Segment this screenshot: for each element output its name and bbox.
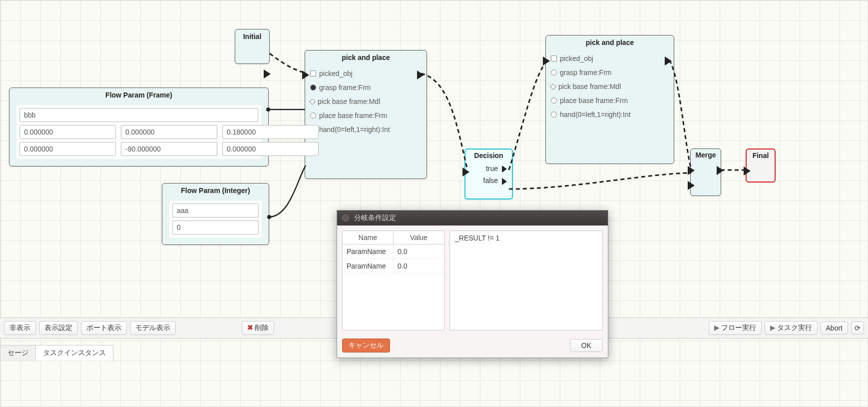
port-shape-circle-icon (551, 112, 557, 118)
port-picked-obj[interactable]: picked_obj (310, 66, 422, 80)
display-settings-button[interactable]: 表示設定 (39, 321, 78, 335)
port-hand[interactable]: hand(0=left,1=right):Int (310, 122, 422, 136)
flow-in-port[interactable] (302, 70, 309, 80)
decision-false-label: false (483, 176, 498, 184)
frame-z-input[interactable] (222, 125, 319, 139)
refresh-button[interactable]: ⟳ (851, 322, 864, 334)
node-final-title: Final (747, 150, 775, 162)
port-display-button[interactable]: ポート表示 (81, 321, 127, 335)
close-icon[interactable] (342, 214, 349, 222)
flow-in-port[interactable] (462, 168, 469, 176)
node-decision[interactable]: Decision true false (464, 148, 513, 200)
branch-condition-dialog[interactable]: 分岐条件設定 Name Value ParamName 0.0 ParamNam… (337, 210, 608, 358)
task-run-button[interactable]: ▶タスク実行 (765, 321, 818, 335)
frame-y-input[interactable] (121, 125, 217, 139)
ok-button[interactable]: OK (570, 339, 603, 352)
port-pick-base[interactable]: pick base frame:Mdl (310, 94, 422, 108)
port-grasp-frame[interactable]: grasp frame:Frm (551, 66, 669, 80)
flow-run-button[interactable]: ▶フロー実行 (709, 321, 762, 335)
node-merge[interactable]: Merge (690, 148, 721, 196)
port-label: place base frame:Frm (560, 96, 628, 104)
frame-rz-input[interactable] (222, 142, 319, 156)
port-label: picked_obj (319, 70, 353, 78)
port-label: pick base frame:Mdl (318, 98, 380, 106)
decision-false-branch[interactable]: false (465, 174, 512, 186)
port-shape-diamond-icon (309, 98, 316, 105)
flow-out-port[interactable] (665, 56, 672, 66)
dialog-title: 分岐条件設定 (354, 214, 396, 222)
bottom-tabbar: セージ タスクインスタンス (0, 345, 113, 360)
node-initial-title: Initial (235, 30, 269, 44)
node-pick-place-1[interactable]: pick and place picked_obj grasp frame:Fr… (305, 50, 427, 179)
cell-name: ParamName (343, 259, 394, 273)
node-flow-param-integer-title: Flow Param (Integer) (162, 184, 269, 198)
node-pick-place-1-title: pick and place (305, 50, 427, 64)
flow-run-label: フロー実行 (721, 324, 756, 332)
delete-label: 削除 (255, 324, 269, 332)
int-param-name-input[interactable] (172, 204, 259, 218)
frame-ry-input[interactable] (121, 142, 217, 156)
condition-param-table[interactable]: Name Value ParamName 0.0 ParamName 0.0 (342, 230, 444, 330)
table-row[interactable]: ParamName 0.0 (343, 259, 444, 274)
cancel-button[interactable]: キャンセル (342, 338, 390, 352)
port-place-base[interactable]: place base frame:Frm (310, 108, 422, 122)
port-shape-circle-icon (310, 84, 316, 90)
flow-out-port[interactable] (417, 70, 424, 80)
flow-in-port[interactable] (543, 56, 550, 66)
flow-out-port[interactable] (502, 166, 507, 172)
node-flow-param-frame[interactable]: Flow Param (Frame) (9, 88, 269, 166)
task-run-label: タスク実行 (777, 324, 812, 332)
flow-in-port[interactable] (688, 181, 695, 190)
port-picked-obj[interactable]: picked_obj (551, 52, 669, 66)
node-pick-place-2-title: pick and place (546, 36, 674, 50)
port-pick-base[interactable]: pick base frame:Mdl (551, 80, 669, 94)
port-label: grasp frame:Frm (319, 84, 371, 92)
cell-value: 0.0 (394, 259, 444, 273)
port-label: hand(0=left,1=right):Int (560, 110, 631, 118)
play-icon: ▶ (770, 324, 776, 332)
flow-out-port[interactable] (502, 178, 507, 185)
decision-true-label: true (486, 164, 498, 172)
port-shape-square-icon (310, 70, 316, 76)
port-shape-circle-icon (551, 70, 557, 76)
node-flow-param-frame-title: Flow Param (Frame) (9, 88, 268, 102)
port-label: picked_obj (560, 54, 593, 62)
node-flow-param-integer[interactable]: Flow Param (Integer) (162, 183, 269, 245)
node-initial[interactable]: Initial (235, 29, 270, 64)
port-shape-diamond-icon (550, 84, 556, 90)
decision-true-branch[interactable]: true (465, 162, 512, 174)
port-place-base[interactable]: place base frame:Frm (551, 94, 669, 108)
node-pick-place-2[interactable]: pick and place picked_obj grasp frame:Fr… (545, 35, 674, 164)
cell-value: 0.0 (394, 244, 444, 258)
x-icon: ✖ (247, 324, 253, 332)
refresh-icon: ⟳ (855, 324, 861, 332)
tab-message[interactable]: セージ (0, 345, 36, 360)
column-header-name: Name (343, 231, 394, 244)
port-hand[interactable]: hand(0=left,1=right):Int (551, 108, 669, 122)
frame-rx-input[interactable] (19, 142, 116, 156)
table-row[interactable]: ParamName 0.0 (343, 244, 444, 259)
condition-expression-input[interactable]: _RESULT != 1 (449, 230, 603, 330)
flow-out-port[interactable] (717, 166, 724, 175)
flow-in-port[interactable] (744, 166, 751, 176)
play-icon: ▶ (714, 324, 720, 332)
flow-in-port[interactable] (688, 166, 695, 175)
frame-x-input[interactable] (19, 125, 116, 139)
delete-button[interactable]: ✖削除 (242, 321, 274, 335)
dialog-titlebar[interactable]: 分岐条件設定 (337, 210, 608, 226)
int-param-value-input[interactable] (172, 220, 259, 234)
flow-out-port[interactable] (264, 70, 271, 78)
port-shape-circle-icon (310, 112, 316, 118)
port-shape-square-icon (551, 56, 557, 62)
frame-param-name-input[interactable] (19, 108, 258, 122)
port-label: hand(0=left,1=right):Int (319, 126, 390, 134)
port-grasp-frame[interactable]: grasp frame:Frm (310, 80, 422, 94)
column-header-value: Value (394, 231, 444, 244)
node-merge-title: Merge (691, 149, 721, 161)
abort-button[interactable]: Abort (821, 322, 848, 334)
tab-task-instance[interactable]: タスクインスタンス (35, 345, 113, 360)
cell-name: ParamName (343, 244, 394, 258)
node-final[interactable]: Final (746, 148, 776, 182)
hide-button[interactable]: 非表示 (4, 321, 36, 335)
model-display-button[interactable]: モデル表示 (130, 321, 176, 335)
